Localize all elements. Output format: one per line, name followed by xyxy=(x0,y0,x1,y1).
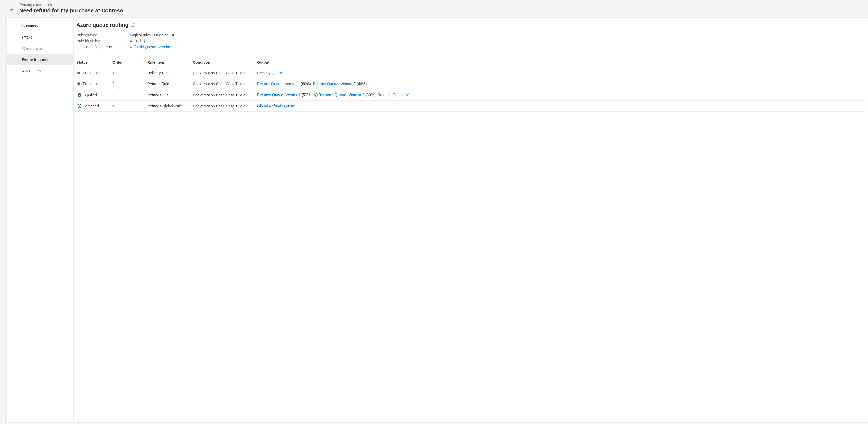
col-status: Status xyxy=(76,60,113,65)
order-cell: 1 xyxy=(113,71,147,75)
rule-item-cell: Returns Rule xyxy=(147,82,193,86)
rule-item-cell: Refunds rule xyxy=(147,93,193,97)
col-rule-item: Rule item xyxy=(147,60,193,65)
status-dot-icon xyxy=(78,83,80,85)
status-text: Applied xyxy=(84,93,97,97)
kv-label: Ruleset type xyxy=(76,33,130,37)
svg-point-2 xyxy=(144,40,145,40)
order-cell: 2 xyxy=(113,82,147,86)
order-cell: 4 xyxy=(113,104,147,108)
output-percentage: (40%) xyxy=(355,82,367,86)
content-panel: Summary Intake Classification Route to q… xyxy=(6,18,868,423)
rule-item-cell: Delivery Rule xyxy=(147,71,193,75)
status-text: Processed xyxy=(83,82,100,86)
output-queue-link[interactable]: Refunds Queue- Vendor 1 xyxy=(257,93,301,97)
output-cell: Returns Queue- Vendor 1 (60%), Returns Q… xyxy=(257,82,865,86)
kv-ruleset-type: Ruleset type Logical rules - Decision li… xyxy=(76,33,865,37)
condition-cell: Conversation.Case.Case Title c… xyxy=(193,71,257,75)
output-queue-link[interactable]: Refunds Queue- Vendor 2 xyxy=(319,93,364,97)
output-queue-link[interactable]: Returns Queue- Vendor 1 xyxy=(257,82,300,86)
svg-point-5 xyxy=(78,104,81,108)
status-cell: Processed xyxy=(76,71,113,75)
output-queue-link[interactable]: Delivery Queue xyxy=(257,71,283,75)
sidebar-item-classification[interactable]: Classification xyxy=(7,43,73,54)
final-queue-link[interactable]: Refunds Queue- Vendor 2 xyxy=(130,45,174,49)
output-cell: Delivery Queue xyxy=(257,71,865,75)
info-icon[interactable] xyxy=(143,39,146,43)
output-percentage: (30%), xyxy=(364,93,377,97)
svg-point-3 xyxy=(78,93,81,97)
condition-cell: Conversation.Case.Case Title c… xyxy=(193,93,257,97)
kv-value: Run all xyxy=(130,39,146,43)
table-row: Processed2Returns RuleConversation.Case.… xyxy=(76,79,865,89)
output-queue-link[interactable]: Refunds Queue- V xyxy=(377,93,409,97)
output-percentage: (50%), xyxy=(301,93,314,97)
sidebar-item-intake[interactable]: Intake xyxy=(7,32,73,43)
kv-label: Final identified queue xyxy=(76,45,130,49)
output-cell: Global Refunds Queue xyxy=(257,104,865,108)
sidebar-item-label: Route to queue xyxy=(22,58,50,62)
sidebar-item-summary[interactable]: Summary xyxy=(7,20,73,32)
output-cell: Refunds Queue- Vendor 1 (50%), Refunds Q… xyxy=(257,93,865,97)
kv-rule-hit-policy: Rule hit policy Run all xyxy=(76,39,865,43)
status-check-outline-icon xyxy=(78,104,82,108)
status-cell: Applied xyxy=(76,93,113,97)
output-queue-link[interactable]: Returns Queue- Vendor 2 xyxy=(313,82,356,86)
table-row: Matched4Refunds Global RuleConversation.… xyxy=(76,101,865,112)
order-cell: 3 xyxy=(113,93,147,97)
chevron-down-icon xyxy=(14,69,18,72)
output-queue-link[interactable]: Global Refunds Queue xyxy=(257,104,295,108)
output-check-icon xyxy=(314,93,318,97)
sidebar-item-label: Summary xyxy=(22,24,38,28)
status-check-filled-icon xyxy=(78,93,82,97)
rule-item-cell: Refunds Global Rule xyxy=(147,104,193,108)
section-title-row: Azure queue routing xyxy=(76,22,865,28)
back-arrow-icon[interactable] xyxy=(10,5,14,12)
output-percentage: (60%), xyxy=(300,82,313,86)
col-order: Order xyxy=(113,60,147,65)
status-cell: Matched xyxy=(76,104,113,108)
svg-point-4 xyxy=(314,93,317,97)
status-text: Processed xyxy=(83,71,100,75)
sidebar-item-label: Assignment xyxy=(22,69,42,73)
col-output: Output xyxy=(257,60,865,65)
section-title: Azure queue routing xyxy=(76,22,128,28)
table-row: Applied3Refunds ruleConversation.Case.Ca… xyxy=(76,89,865,101)
sidebar: Summary Intake Classification Route to q… xyxy=(7,18,74,422)
rules-table: Status Order Rule item Condition Output … xyxy=(76,58,865,112)
page-title: Need refund for my purchase at Contoso xyxy=(19,7,123,14)
status-text: Matched xyxy=(84,104,99,108)
kv-value-text: Run all xyxy=(130,39,142,43)
breadcrumb: Routing diagnostics xyxy=(19,3,123,7)
condition-cell: Conversation.Case.Case Title c… xyxy=(193,82,257,86)
status-dot-icon xyxy=(78,71,80,74)
sidebar-item-route-to-queue[interactable]: Route to queue xyxy=(7,54,73,65)
page-header: Routing diagnostics Need refund for my p… xyxy=(0,0,868,18)
kv-value: Logical rules - Decision list xyxy=(130,33,174,37)
col-condition: Condition xyxy=(193,60,257,65)
status-cell: Processed xyxy=(76,82,113,86)
main-content: Azure queue routing Ruleset type Logical… xyxy=(74,18,868,422)
kv-final-queue: Final identified queue Refunds Queue- Ve… xyxy=(76,45,865,49)
kv-label: Rule hit policy xyxy=(76,39,130,43)
condition-cell: Conversation.Case.Case Title c… xyxy=(193,104,257,108)
sidebar-item-assignment[interactable]: Assignment xyxy=(7,65,73,77)
table-header-row: Status Order Rule item Condition Output xyxy=(76,58,865,67)
table-row: Processed1Delivery RuleConversation.Case… xyxy=(76,67,865,79)
sidebar-item-label: Classification xyxy=(22,46,44,51)
sidebar-item-label: Intake xyxy=(22,35,32,39)
open-external-icon[interactable] xyxy=(130,23,135,28)
